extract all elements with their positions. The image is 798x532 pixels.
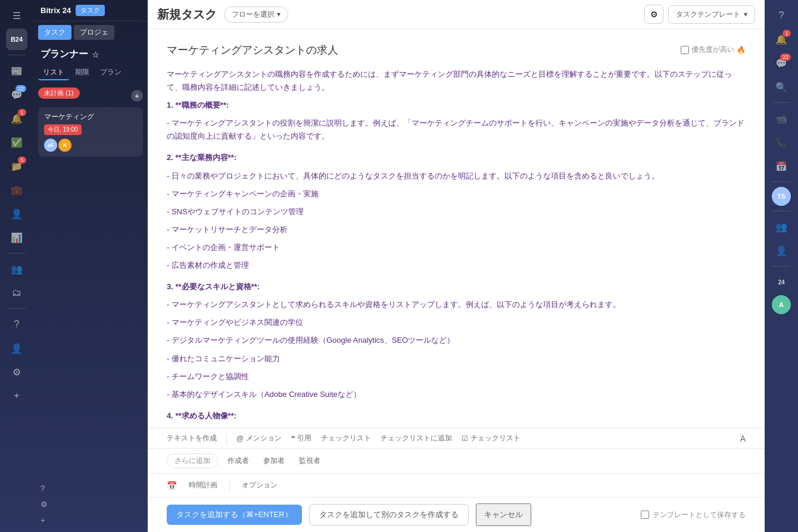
task-title-input[interactable]	[167, 43, 681, 56]
feed-icon[interactable]: 📰	[6, 60, 27, 82]
rp-group-icon[interactable]: 👥	[771, 216, 792, 237]
sidebar-task-section: 未計画 (1) + マーケティング 今日, 19:00 aF K	[33, 84, 148, 162]
add-icon[interactable]: +	[6, 385, 27, 406]
rp-divider-3	[772, 211, 790, 211]
toolbar-row: テキストを作成 @ メンション ❝ 引用 チェックリスト チェックリストに追加 …	[148, 428, 765, 448]
rp-avatar-1[interactable]: TS	[772, 187, 791, 206]
rp-divider-2	[772, 181, 790, 182]
messages-icon[interactable]: 💬22	[6, 84, 27, 105]
settings-icon-sm: ⚙	[40, 500, 48, 509]
priority-checkbox[interactable]	[681, 46, 689, 54]
admin-icon[interactable]: 👤	[6, 337, 27, 359]
help-icon[interactable]: ?	[6, 314, 27, 335]
at-icon: @	[236, 434, 244, 443]
toolbar-quote[interactable]: ❝ 引用	[291, 433, 311, 443]
crm-icon[interactable]: 💼	[6, 179, 27, 201]
messages-badge: 22	[15, 85, 26, 92]
analytics-icon[interactable]: 📊	[6, 227, 27, 248]
tasks-icon[interactable]: ✅	[6, 132, 27, 153]
tab-creator[interactable]: 作成者	[223, 454, 254, 468]
task-title-row: 優先度が高い 🔥	[167, 43, 746, 56]
sidebar-settings-bottom[interactable]: ⚙	[40, 497, 141, 511]
rp-video-icon[interactable]: 📹	[771, 108, 792, 129]
task-card[interactable]: マーケティング 今日, 19:00 aF K	[38, 107, 143, 157]
rp-phone-icon[interactable]: 📞	[771, 132, 792, 153]
tab-projects[interactable]: プロジェ	[74, 25, 114, 40]
time-plan-btn[interactable]: 時間計画	[184, 478, 222, 492]
cancel-btn[interactable]: キャンセル	[476, 503, 531, 526]
add-more-btn[interactable]: さらに追加	[167, 453, 218, 468]
sidebar-header: Bitrix 24 タスク	[33, 0, 148, 21]
sidebar: Bitrix 24 タスク タスク プロジェ プランナー ☆ リスト 期限 プラ…	[33, 0, 148, 532]
planner-star-icon[interactable]: ☆	[92, 50, 99, 60]
ai-section-3: 3. **必要なスキルと資格**: - マーケティングアシスタントとして求められ…	[167, 280, 746, 401]
rp-chat-icon[interactable]: 💬22	[771, 52, 792, 74]
icon-rail: ☰ B24 📰 💬22 🔔1 ✅ 📁5 💼 👤 📊 👥 🗂 ? 👤 ⚙ +	[0, 0, 33, 532]
rp-person-icon[interactable]: 👤	[771, 240, 792, 261]
font-size-btn[interactable]: A	[740, 434, 746, 443]
filter-badge[interactable]: 未計画 (1)	[38, 87, 80, 99]
sidebar-add-bottom[interactable]: +	[40, 514, 141, 527]
tab-observer[interactable]: 監視者	[294, 454, 325, 468]
bottom-action-row: タスクを追加する（⌘+ENTER） タスクを追加して別のタスクを作成する キャン…	[148, 497, 765, 532]
ai-section-4: 4. **求める人物像**: - チームにフィットする人物像を描写します。例えば…	[167, 409, 746, 428]
bitrix-logo[interactable]: B24	[6, 29, 27, 50]
toolbar-create-text[interactable]: テキストを作成	[167, 433, 217, 443]
contacts-icon[interactable]: 👤	[6, 203, 27, 224]
rp-calendar-icon[interactable]: 📅	[771, 155, 792, 177]
quote-icon: ❝	[291, 434, 295, 443]
add-icon-sm: +	[40, 516, 45, 525]
page-title: 新規タスク	[157, 7, 217, 23]
rp-avatar-2[interactable]: A	[772, 295, 791, 314]
template-btn[interactable]: タスクテンプレート ▾	[668, 5, 755, 24]
flame-icon: 🔥	[737, 46, 746, 54]
toolbar-checklist[interactable]: チェックリスト	[321, 433, 371, 443]
options-btn[interactable]: オプション	[237, 478, 282, 492]
flow-select-btn[interactable]: フローを選択 ▾	[224, 7, 288, 23]
projects-icon[interactable]: 📁5	[6, 155, 27, 177]
settings-icon[interactable]: ⚙	[6, 361, 27, 383]
add-task-btn[interactable]: +	[131, 90, 143, 102]
task-tag[interactable]: タスク	[76, 5, 105, 16]
toolbar-mention[interactable]: @ メンション	[236, 433, 282, 443]
divider-1	[8, 55, 26, 55]
chevron-down-icon: ▾	[277, 10, 280, 18]
notifications-icon[interactable]: 🔔1	[6, 108, 27, 129]
rp-chat-badge: 22	[780, 54, 791, 61]
template-save-checkbox[interactable]	[641, 511, 649, 519]
rp-24-badge[interactable]: 24	[771, 271, 792, 293]
rp-divider-4	[772, 266, 790, 267]
rp-notification-icon[interactable]: 🔔1	[771, 29, 792, 50]
view-tab-list[interactable]: リスト	[38, 65, 69, 80]
drive-icon[interactable]: 🗂	[6, 282, 27, 303]
task-card-title: マーケティング	[44, 112, 137, 122]
toolbar-add-to-checklist[interactable]: チェックリストに追加	[381, 433, 452, 443]
chevron-down-icon-2: ▾	[744, 10, 747, 18]
app-name: Bitrix 24	[40, 6, 71, 15]
planner-title: プランナー	[40, 48, 88, 61]
tab-tasks[interactable]: タスク	[38, 25, 71, 40]
rp-question-icon[interactable]: ?	[771, 5, 792, 26]
main-area: 新規タスク フローを選択 ▾ ⚙ タスクテンプレート ▾ 優先度が高い 🔥 マー…	[148, 0, 765, 532]
projects-badge: 5	[18, 157, 26, 164]
template-save-label: テンプレートとして保存する	[653, 510, 746, 520]
time-row: 📅 時間計画 オプション	[148, 473, 765, 497]
avatar-2: K	[58, 139, 71, 152]
task-card-avatars: aF K	[44, 139, 137, 152]
priority-label: 優先度が高い 🔥	[681, 45, 746, 55]
calendar-icon: 📅	[167, 481, 177, 490]
sidebar-help[interactable]: ?	[40, 481, 141, 495]
add-another-btn[interactable]: タスクを追加して別のタスクを作成する	[309, 504, 469, 525]
hamburger-icon[interactable]: ☰	[6, 5, 27, 26]
divider-2	[8, 253, 26, 254]
people-icon[interactable]: 👥	[6, 258, 27, 280]
rp-notif-badge: 1	[783, 30, 791, 37]
view-tab-plan[interactable]: プラン	[95, 65, 126, 80]
rp-search-icon[interactable]: 🔍	[771, 76, 792, 98]
add-task-submit-btn[interactable]: タスクを追加する（⌘+ENTER）	[167, 505, 302, 525]
toolbar-checklist-2[interactable]: ☑ チェックリスト	[462, 433, 520, 443]
view-tab-deadline[interactable]: 期限	[70, 65, 94, 80]
tab-participant[interactable]: 参加者	[258, 454, 289, 468]
gear-btn[interactable]: ⚙	[644, 5, 663, 24]
top-bar: 新規タスク フローを選択 ▾ ⚙ タスクテンプレート ▾	[148, 0, 765, 29]
